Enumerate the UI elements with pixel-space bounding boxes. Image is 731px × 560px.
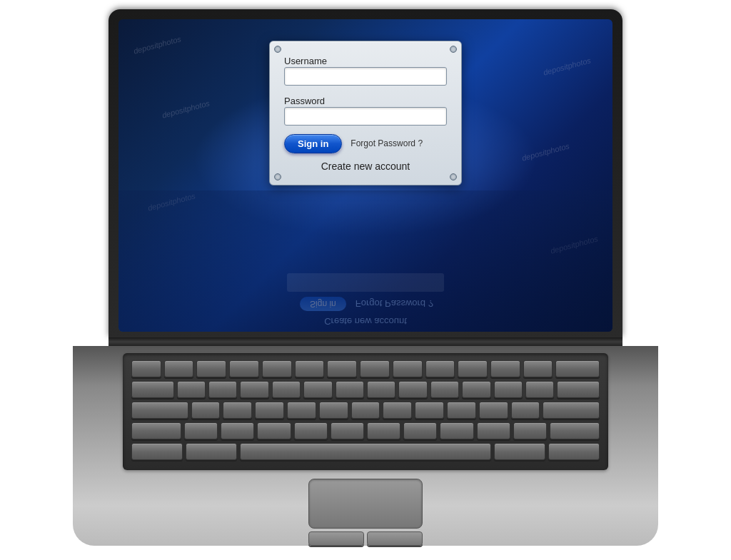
key-enter xyxy=(543,402,600,419)
key-ctrl-r xyxy=(548,443,600,460)
laptop: depositphotos depositphotos depositphoto… xyxy=(73,9,658,551)
key xyxy=(223,402,252,419)
key xyxy=(479,402,508,419)
key xyxy=(221,422,254,439)
screw-br xyxy=(450,173,457,180)
touchpad-area xyxy=(308,479,423,546)
key xyxy=(398,381,427,398)
key xyxy=(229,360,259,377)
reflected-sign-in-btn: Sign in xyxy=(300,297,346,311)
key xyxy=(403,422,437,439)
key xyxy=(196,360,226,377)
username-input[interactable] xyxy=(284,67,447,86)
key xyxy=(393,360,423,377)
key xyxy=(425,360,455,377)
watermark-3: depositphotos xyxy=(161,98,211,119)
key xyxy=(331,422,364,439)
key xyxy=(525,381,554,398)
key-enter-top xyxy=(557,381,600,398)
screen-bezel: depositphotos depositphotos depositphoto… xyxy=(119,19,612,332)
watermark-2: depositphotos xyxy=(542,56,591,76)
key xyxy=(131,360,161,377)
key xyxy=(336,381,364,398)
key xyxy=(255,402,284,419)
key xyxy=(447,402,476,419)
reflected-forgot-pwd: Forgot Password ? xyxy=(356,298,433,309)
key xyxy=(294,422,328,439)
key xyxy=(462,381,490,398)
password-input[interactable] xyxy=(284,107,447,126)
key xyxy=(351,402,380,419)
key-backspace xyxy=(555,360,600,377)
forgot-password-link[interactable]: Forgot Password ? xyxy=(351,138,423,148)
key-caps xyxy=(131,402,188,419)
key xyxy=(287,402,316,419)
key xyxy=(262,360,292,377)
key xyxy=(327,360,357,377)
username-label: Username xyxy=(284,56,327,66)
watermark-4: depositphotos xyxy=(520,141,570,162)
key xyxy=(513,422,547,439)
screen-reflection: Create new account Sign in Forgot Passwo… xyxy=(119,190,612,331)
login-dialog: Username Password Sign in Forgot Passwor… xyxy=(269,41,462,185)
key xyxy=(208,381,237,398)
touchpad-left-button[interactable] xyxy=(308,531,364,546)
watermark-1: depositphotos xyxy=(133,34,182,55)
key xyxy=(319,402,348,419)
key-row-2 xyxy=(131,381,600,398)
reflected-dialog: Create new account Sign in Forgot Passwo… xyxy=(269,270,462,328)
key-row-4 xyxy=(131,422,600,439)
key xyxy=(177,381,206,398)
screw-tl xyxy=(274,46,281,53)
key xyxy=(360,360,390,377)
key-row-3 xyxy=(131,402,600,419)
key xyxy=(490,360,520,377)
key-shift-r xyxy=(550,422,600,439)
create-account-link[interactable]: Create new account xyxy=(284,161,447,172)
key-alt-l xyxy=(186,443,237,460)
key xyxy=(477,422,510,439)
key xyxy=(415,402,444,419)
reflected-create-account: Create new account xyxy=(269,316,462,327)
key xyxy=(430,381,459,398)
key xyxy=(523,360,553,377)
sign-in-button[interactable]: Sign in xyxy=(284,134,342,153)
key xyxy=(511,402,540,419)
key-tab xyxy=(131,381,174,398)
key xyxy=(367,422,400,439)
key xyxy=(494,381,523,398)
key-alt-r xyxy=(494,443,545,460)
keyboard xyxy=(123,353,608,470)
screw-bl xyxy=(274,173,281,180)
key-shift-l xyxy=(131,422,181,439)
key xyxy=(458,360,488,377)
hinge xyxy=(109,337,622,346)
key-space xyxy=(240,443,491,460)
screw-tr xyxy=(450,46,457,53)
key xyxy=(257,422,291,439)
touchpad-right-button[interactable] xyxy=(367,531,423,546)
key-row-1 xyxy=(131,360,600,377)
key xyxy=(295,360,325,377)
dialog-actions: Sign in Forgot Password ? xyxy=(284,134,447,153)
key xyxy=(383,402,412,419)
key xyxy=(440,422,473,439)
screen-outer: depositphotos depositphotos depositphoto… xyxy=(109,9,622,337)
key xyxy=(191,402,221,419)
touchpad[interactable] xyxy=(308,479,423,529)
laptop-base xyxy=(73,346,658,546)
key-ctrl-l xyxy=(131,443,183,460)
key xyxy=(184,422,218,439)
key-row-5 xyxy=(131,443,600,460)
key xyxy=(164,360,194,377)
password-label: Password xyxy=(284,96,325,106)
touchpad-buttons xyxy=(308,531,423,546)
key xyxy=(367,381,395,398)
key xyxy=(272,381,301,398)
key xyxy=(240,381,268,398)
key xyxy=(303,381,332,398)
